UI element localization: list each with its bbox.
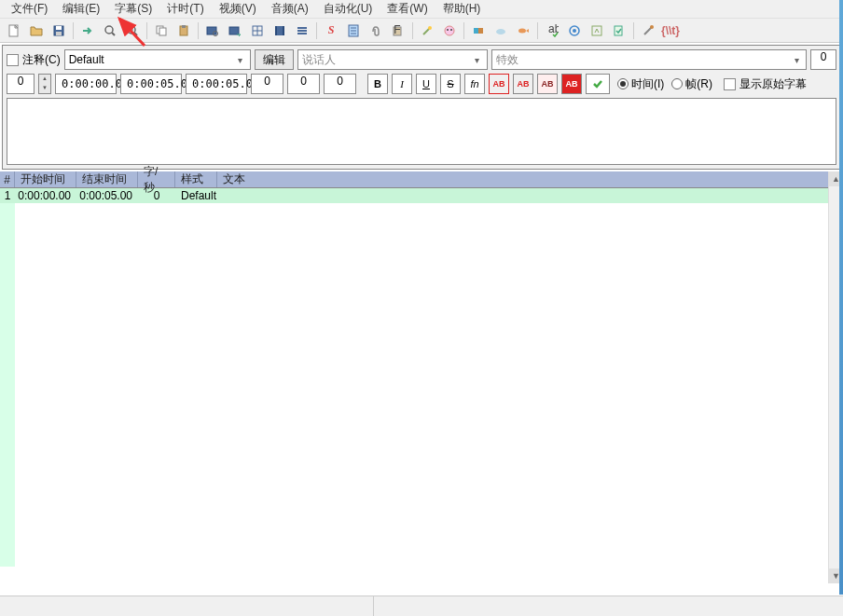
menu-audio[interactable]: 音频(A): [264, 0, 316, 19]
layer-input[interactable]: 0: [7, 74, 35, 94]
grid-icon: [251, 24, 264, 37]
sort-lines-button[interactable]: [269, 21, 290, 41]
jump-to-button[interactable]: [77, 21, 98, 41]
edit-style-button[interactable]: 编辑: [255, 49, 294, 70]
frame-radio[interactable]: 帧(R): [671, 76, 712, 92]
start-time-input[interactable]: 0:00:00.00: [55, 74, 117, 94]
shift-times-tool-button[interactable]: [468, 21, 489, 41]
style-value: Default: [69, 53, 104, 66]
svg-point-34: [447, 29, 449, 31]
attachments-button[interactable]: [366, 21, 386, 41]
style-combo[interactable]: Default ▾: [64, 49, 251, 70]
translation-assistant-button[interactable]: [564, 21, 585, 41]
end-time-input[interactable]: 0:00:05.00: [120, 74, 182, 94]
properties-button[interactable]: [343, 21, 364, 41]
menu-help[interactable]: 帮助(H): [435, 0, 489, 19]
svg-rect-36: [474, 28, 478, 34]
spinner-up-icon[interactable]: ▲: [39, 75, 50, 84]
strikeout-button[interactable]: S: [440, 74, 461, 94]
styles-manager-button[interactable]: S: [321, 21, 341, 41]
show-original-checkbox[interactable]: 显示原始字幕: [724, 76, 807, 92]
new-file-button[interactable]: [4, 21, 24, 41]
grid-header-style[interactable]: 样式: [175, 171, 217, 187]
menu-file[interactable]: 文件(F): [4, 0, 55, 19]
menu-edit[interactable]: 编辑(E): [55, 0, 107, 19]
menu-timing[interactable]: 计时(T): [159, 0, 211, 19]
primary-color-button[interactable]: AB: [489, 74, 509, 94]
actor-combo[interactable]: 说话人 ▾: [297, 49, 488, 70]
folder-open-icon: [30, 24, 43, 37]
grid-cell-start: 0:00:00.00: [15, 188, 76, 203]
grid-header-end[interactable]: 结束时间: [76, 171, 138, 187]
font-button[interactable]: fn: [464, 74, 485, 94]
menu-video[interactable]: 视频(V): [212, 0, 264, 19]
shift-times-button[interactable]: [247, 21, 268, 41]
svg-point-42: [573, 29, 576, 33]
grid-cell-end: 0:00:05.00: [76, 188, 138, 203]
zoom-button[interactable]: [100, 21, 120, 41]
underline-button[interactable]: U: [416, 74, 436, 94]
bold-button[interactable]: B: [367, 74, 388, 94]
margin-vert-input[interactable]: 0: [324, 74, 356, 94]
kanji-timer-button[interactable]: [513, 21, 533, 41]
statusbar: [0, 595, 843, 616]
svg-line-7: [134, 33, 137, 35]
svg-rect-10: [159, 28, 166, 35]
assdraw-button[interactable]: [439, 21, 460, 41]
find-button[interactable]: [202, 21, 223, 41]
layer-spinner[interactable]: ▲ ▼: [38, 74, 51, 94]
commit-button[interactable]: [586, 74, 610, 94]
open-file-button[interactable]: [26, 21, 47, 41]
cycle-tag-button[interactable]: {\\t}: [660, 21, 681, 41]
grid-header-text[interactable]: 文本: [217, 171, 843, 187]
svg-rect-15: [229, 27, 239, 34]
window-edge: [839, 0, 843, 595]
options-button[interactable]: [638, 21, 658, 41]
fish-icon: [517, 24, 530, 37]
resample-button[interactable]: [587, 21, 607, 41]
margin-right-input[interactable]: 0: [287, 74, 320, 94]
grid-row[interactable]: 1 0:00:00.00 0:00:05.00 0 Default: [0, 188, 843, 203]
outline-color-button[interactable]: AB: [537, 74, 558, 94]
checkbox-icon: [7, 54, 19, 66]
grid-header-start[interactable]: 开始时间: [15, 171, 76, 187]
subtitle-text-input[interactable]: [7, 98, 836, 165]
automation-button[interactable]: [417, 21, 437, 41]
secondary-color-button[interactable]: AB: [513, 74, 533, 94]
new-file-icon: [7, 24, 21, 37]
shadow-color-button[interactable]: AB: [561, 74, 582, 94]
margin-left-input[interactable]: 0: [251, 74, 283, 94]
timing-processor-button[interactable]: [609, 21, 629, 41]
duration-input[interactable]: 0:00:05.00: [186, 74, 247, 94]
arrow-right-icon: [81, 24, 94, 37]
comment-label: 注释(C): [22, 52, 61, 68]
paste-button[interactable]: [173, 21, 194, 41]
paste-icon: [177, 24, 190, 37]
radio-unchecked-icon: [671, 78, 683, 89]
comment-checkbox[interactable]: 注释(C): [7, 52, 61, 68]
svg-line-5: [112, 33, 115, 35]
copy-button[interactable]: [151, 21, 172, 41]
fonts-collector-button[interactable]: F: [388, 21, 408, 41]
italic-button[interactable]: I: [392, 74, 412, 94]
time-radio[interactable]: 时间(I): [617, 76, 664, 92]
select-lines-button[interactable]: [292, 21, 312, 41]
replace-button[interactable]: [225, 21, 245, 41]
effect-combo[interactable]: 特效 ▾: [491, 49, 807, 70]
grid-cell-style: Default: [175, 188, 217, 203]
menu-view[interactable]: 查看(W): [380, 0, 435, 19]
svg-point-33: [445, 26, 454, 35]
menu-subtitle[interactable]: 字幕(S): [107, 0, 159, 19]
timing-post-button[interactable]: [491, 21, 511, 41]
spinner-down-icon[interactable]: ▼: [39, 84, 50, 93]
grid-header-num[interactable]: #: [0, 171, 15, 187]
grid-header-cps[interactable]: 字/秒: [138, 171, 175, 187]
paperclip-icon: [369, 24, 382, 37]
spell-check-button[interactable]: ab: [542, 21, 562, 41]
menubar: 文件(F) 编辑(E) 字幕(S) 计时(T) 视频(V) 音频(A) 自动化(…: [0, 0, 843, 19]
zoom-out-button[interactable]: [122, 21, 143, 41]
styles-icon: S: [328, 23, 335, 37]
list-icon: [296, 24, 309, 37]
menu-automation[interactable]: 自动化(U): [316, 0, 380, 19]
save-file-button[interactable]: [48, 21, 69, 41]
